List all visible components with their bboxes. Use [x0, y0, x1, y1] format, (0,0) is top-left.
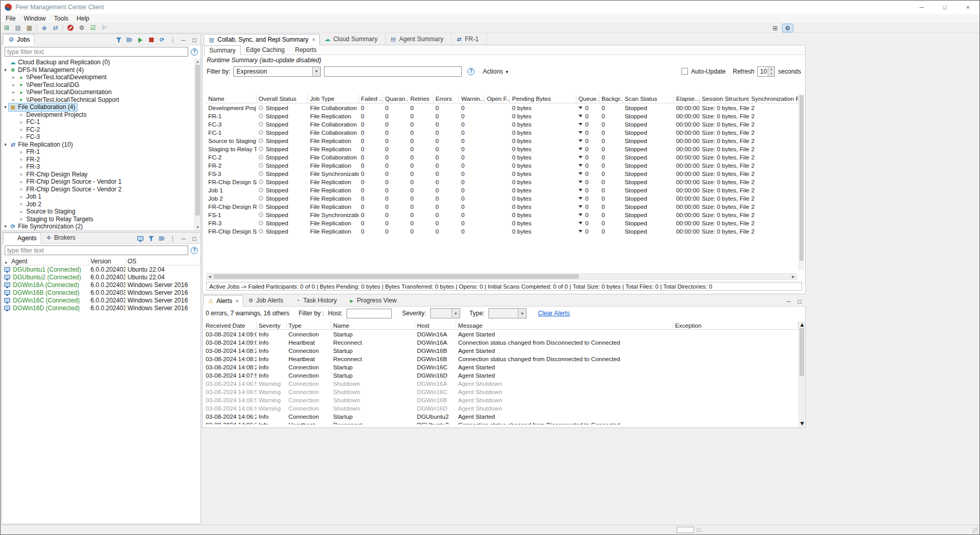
maximize-window-button[interactable]: □ [933, 1, 956, 14]
alert-row[interactable]: 03-08-2024 14:07:59 Info Connection Star… [204, 371, 798, 379]
refresh-jobs-icon[interactable] [158, 37, 166, 43]
connect-agent-icon[interactable] [137, 236, 143, 241]
summary-vertical-scrollbar[interactable] [798, 94, 804, 271]
column-header[interactable]: Session Structure [700, 94, 749, 103]
summary-row[interactable]: FR-3 Stopped File Replication 0 0 0 0 0 … [206, 219, 803, 227]
tree-item[interactable]: \\PeerTest.local\Documentation [2, 88, 194, 96]
tree-item[interactable]: File Replication (10) [2, 141, 194, 149]
expand-arrow-icon[interactable] [2, 67, 9, 73]
alerts-panel-tab[interactable]: Task History [291, 295, 344, 306]
tree-item[interactable]: FC-1 [2, 118, 194, 126]
summary-row[interactable]: FR-Chip Design S... Stopped File Replica… [206, 227, 803, 235]
summary-row[interactable]: FR-Chip Design R... Stopped File Replica… [206, 202, 803, 210]
summary-subtab[interactable]: Summary [204, 45, 241, 55]
tree-item[interactable]: FR-Chip Design Source - Vendor 2 [2, 186, 194, 193]
expand-arrow-icon[interactable] [10, 97, 17, 102]
tasks-icon[interactable] [89, 24, 97, 32]
column-header[interactable]: Message [456, 321, 673, 329]
column-header[interactable]: Host [415, 321, 456, 329]
tags-icon[interactable] [40, 24, 48, 32]
agent-row[interactable]: DGWin16C (Connected) 6.0.0.20240308 Wind… [2, 296, 201, 304]
column-header-os[interactable]: OS [125, 257, 201, 265]
column-header[interactable]: Failed ... [359, 94, 383, 103]
tree-item[interactable]: FR-2 [2, 156, 194, 164]
column-header[interactable]: Synchronization Pr... [749, 94, 803, 103]
tree-item[interactable]: Source to Staging [2, 208, 194, 216]
preferences-icon[interactable] [78, 24, 86, 32]
column-header[interactable]: Queue... [576, 94, 600, 103]
expression-filter-input[interactable] [324, 66, 462, 77]
minimize-agents-icon[interactable] [180, 235, 187, 242]
pmc-perspective-button[interactable] [782, 24, 793, 32]
stop-job-icon[interactable] [149, 38, 154, 42]
help-icon[interactable] [467, 68, 475, 75]
tree-item[interactable]: \\PeerTest.local\Technical Support [2, 96, 194, 104]
summary-horizontal-scrollbar[interactable]: ◀ ▶ [206, 273, 797, 280]
maximize-agents-icon[interactable] [191, 235, 198, 242]
share-icon[interactable] [100, 24, 108, 32]
close-tab-icon[interactable]: × [235, 298, 239, 304]
agents-panel-tab[interactable]: Brokers [41, 232, 79, 243]
alerts-panel-tab[interactable]: Job Alerts [243, 295, 291, 306]
column-header[interactable]: Overall Status [257, 94, 308, 103]
clear-alerts-link[interactable]: Clear Alerts [538, 310, 570, 317]
editor-tab[interactable]: Cloud Summary [320, 33, 386, 45]
agents-panel-tab[interactable]: Agents [3, 233, 41, 244]
filter-agents-icon[interactable] [149, 236, 154, 241]
open-perspective-icon[interactable] [771, 24, 779, 32]
alerts-panel-tab[interactable]: Alerts × [203, 295, 243, 307]
column-header[interactable]: Warnin... [459, 94, 485, 103]
summary-row[interactable]: Job 2 Stopped File Replication 0 0 0 0 0… [206, 194, 803, 202]
alerts-scrollbar[interactable]: ▲ ▼ [798, 321, 805, 427]
summary-row[interactable]: Development Proj... Stopped File Collabo… [206, 103, 803, 112]
alert-row[interactable]: 03-08-2024 14:06:52 Warning Connection S… [204, 396, 798, 404]
jobs-view-tab[interactable]: Jobs [3, 34, 34, 45]
editor-tab[interactable]: Collab, Sync, and Repl Summary × [204, 34, 320, 45]
alert-row[interactable]: 03-08-2024 14:06:52 Warning Connection S… [204, 404, 798, 412]
refresh-interval-stepper[interactable]: 10 ▲▼ [757, 66, 775, 77]
column-header[interactable]: Type [286, 321, 331, 329]
minimize-window-button[interactable]: ─ [910, 1, 933, 14]
close-window-button[interactable]: × [956, 1, 979, 14]
expand-arrow-icon[interactable] [2, 224, 9, 229]
expand-arrow-icon[interactable] [10, 82, 17, 87]
alert-row[interactable]: 03-08-2024 14:08:20 Info Connection Star… [204, 363, 798, 371]
alert-row[interactable]: 03-08-2024 14:06:25 Info Connection Star… [204, 412, 798, 420]
spin-up-icon[interactable]: ▲ [768, 67, 774, 72]
actions-dropdown[interactable]: Actions [483, 68, 508, 75]
column-header[interactable]: Name [331, 321, 415, 329]
menu-item[interactable]: Window [20, 14, 50, 23]
host-filter-input[interactable] [347, 309, 392, 318]
editor-tab[interactable]: Agent Summary [386, 33, 451, 45]
summary-row[interactable]: FC-1 Stopped File Collaboration 0 0 0 0 … [206, 128, 803, 136]
alert-row[interactable]: 03-08-2024 14:09:02 Info Heartbeat Recon… [204, 338, 798, 346]
tree-item[interactable]: Job 1 [2, 193, 194, 201]
summary-row[interactable]: FR-2 Stopped File Replication 0 0 0 0 0 … [206, 161, 803, 169]
column-header-version[interactable]: Version [88, 257, 125, 265]
expand-arrow-icon[interactable] [10, 90, 17, 95]
expand-arrow-icon[interactable] [10, 75, 17, 80]
tree-item[interactable]: Development Projects [2, 111, 194, 119]
column-header[interactable]: Quaran... [383, 94, 408, 103]
editor-tab[interactable]: FR-1 [451, 33, 487, 45]
summary-subtab[interactable]: Reports [290, 45, 322, 55]
summary-subtab[interactable]: Edge Caching [241, 45, 289, 55]
summary-row[interactable]: FS-3 Stopped File Synchronization 0 0 0 … [206, 169, 803, 177]
tree-item[interactable]: \\PeerTest.local\Development [2, 74, 194, 81]
column-header[interactable]: Errors [433, 94, 459, 103]
agent-row[interactable]: DGWin16B (Connected) 6.0.0.20240308 Wind… [2, 289, 201, 296]
column-header[interactable]: Severity [257, 321, 286, 329]
tree-item[interactable]: Job 2 [2, 201, 194, 208]
menu-item[interactable]: Tools [50, 14, 72, 23]
maximize-view-icon[interactable] [191, 37, 198, 43]
type-dropdown[interactable] [488, 308, 527, 318]
alert-row[interactable]: 03-08-2024 14:06:55 Warning Connection S… [204, 379, 798, 387]
agent-row[interactable]: DGUbuntu2 (Connected) 6.0.0.20240308 Ubu… [2, 273, 201, 281]
jobs-filter-input[interactable] [5, 47, 188, 57]
sep[interactable] [63, 25, 63, 31]
summary-row[interactable]: FR-1 Stopped File Replication 0 0 0 0 0 … [206, 112, 803, 120]
tree-item[interactable]: DFS-N Management (4) [2, 66, 194, 74]
summary-row[interactable]: FS-1 Stopped File Synchronization 0 0 0 … [206, 210, 803, 219]
summary-row[interactable]: Source to Staging Stopped File Replicati… [206, 136, 803, 145]
alert-row[interactable]: 03-08-2024 14:08:28 Info Connection Star… [204, 346, 798, 354]
